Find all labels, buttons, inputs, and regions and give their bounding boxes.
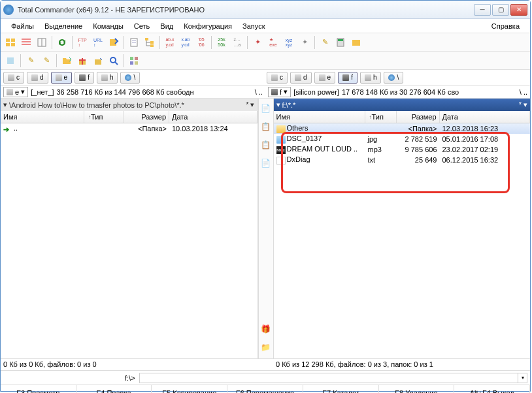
tb-icon-2[interactable]	[19, 35, 33, 50]
tb-xab-icon[interactable]: x.aby.cd	[178, 35, 193, 50]
tb2-grid-icon[interactable]	[127, 54, 141, 68]
tb-exe-icon[interactable]: ★exe	[266, 35, 280, 50]
fkey-f4[interactable]: F4 Правка	[76, 385, 152, 393]
menu-config[interactable]: Конфигурация	[178, 21, 237, 31]
col-type[interactable]: ↑Тип	[84, 111, 124, 123]
drive-network-icon[interactable]: \	[120, 72, 140, 84]
cmdline-dropdown-icon[interactable]: ▾	[518, 373, 527, 383]
left-nav-up[interactable]: \ ..	[255, 88, 263, 96]
mid-gift-icon[interactable]: 🎁	[260, 323, 272, 335]
col-size[interactable]: Размер	[124, 111, 169, 123]
menu-files[interactable]: Файлы	[6, 21, 39, 31]
left-tab[interactable]: ▾ \Android How to\How to trnasfer photos…	[1, 99, 258, 111]
tb2-gift-icon[interactable]	[75, 54, 90, 68]
col-date[interactable]: Дата	[440, 111, 531, 123]
menu-view[interactable]: Вид	[155, 21, 178, 31]
tb-notepad-icon[interactable]	[127, 35, 141, 50]
col-size[interactable]: Размер	[397, 111, 440, 123]
maximize-button[interactable]: ▢	[492, 4, 509, 16]
left-drive-select[interactable]: e ▾	[3, 87, 28, 97]
drive-h[interactable]: h	[97, 72, 118, 84]
right-nav-up[interactable]: \ ..	[520, 88, 527, 96]
file-row[interactable]: Others<Папка>12.03.2018 16:23	[274, 123, 531, 134]
mid-new-icon[interactable]: 📄	[260, 157, 272, 169]
svg-rect-19	[7, 57, 14, 64]
tb-xyz-icon[interactable]: xyzxyz	[282, 35, 296, 50]
tb-icon-1[interactable]	[3, 35, 18, 50]
drive-c[interactable]: c	[267, 72, 288, 84]
tb-tree-icon[interactable]	[142, 35, 157, 50]
svg-rect-27	[135, 57, 138, 60]
col-type[interactable]: ↑Тип	[365, 111, 397, 123]
tb-star2-icon[interactable]: ✦	[297, 35, 312, 50]
file-row[interactable]: MP3DREAM OUT LOUD ..mp39 785 60623.02.20…	[274, 144, 531, 155]
mid-doc-icon[interactable]: 📄	[260, 102, 272, 114]
tab-dropdown-icon[interactable]: ▾	[3, 101, 7, 109]
drive-network-icon[interactable]: \	[384, 72, 403, 84]
tb-abx-icon[interactable]: ab.xy.cd	[163, 35, 177, 50]
left-drive-space: 36 258 716 Кб из 144 796 668 Кб свободн	[56, 88, 193, 96]
svg-rect-23	[95, 59, 101, 65]
tb-folder-icon[interactable]	[349, 35, 363, 50]
tb2-1-icon[interactable]	[3, 54, 18, 68]
minimize-button[interactable]: ─	[474, 4, 491, 16]
menu-help[interactable]: Справка	[486, 21, 525, 31]
drive-h[interactable]: h	[360, 72, 382, 84]
tb-05-icon[interactable]: '05'06	[194, 35, 208, 50]
fkey-f6[interactable]: F6 Перемещение	[227, 385, 303, 393]
svg-rect-29	[135, 61, 138, 65]
tb-calc-icon[interactable]	[333, 35, 348, 50]
tb-ftp-icon[interactable]: FTP↕	[75, 35, 90, 50]
tb-icon-3[interactable]	[35, 35, 49, 50]
fkey-f5[interactable]: F5 Копирование	[152, 385, 227, 393]
drive-d[interactable]: d	[290, 72, 312, 84]
drive-d[interactable]: d	[27, 72, 48, 84]
svg-rect-0	[6, 39, 10, 42]
col-name[interactable]: Имя	[274, 111, 365, 123]
close-button[interactable]: ✕	[510, 4, 527, 16]
right-columns: Имя ↑Тип Размер Дата	[274, 111, 531, 123]
tb2-gift2-icon[interactable]	[91, 54, 105, 68]
fkey-f8[interactable]: F8 Удаление	[379, 385, 455, 393]
file-row[interactable]: DxDiagtxt25 64906.12.2015 16:32	[274, 155, 531, 165]
tb-za-icon[interactable]: z……a	[230, 35, 244, 50]
drive-e[interactable]: e	[51, 72, 73, 84]
mid-folder-icon[interactable]: 📁	[260, 341, 272, 353]
mid-copy-icon[interactable]: 📋	[260, 121, 272, 133]
menu-selection[interactable]: Выделение	[39, 21, 88, 31]
drive-c[interactable]: c	[3, 72, 24, 84]
tb-url-icon[interactable]: URL↕	[91, 35, 105, 50]
menu-net[interactable]: Сеть	[129, 21, 155, 31]
tab-dropdown-icon[interactable]: ▾	[276, 101, 280, 109]
col-date[interactable]: Дата	[169, 111, 258, 123]
tb2-wand1-icon[interactable]: ✎	[24, 54, 38, 68]
tb2-wand2-icon[interactable]: ✎	[39, 54, 54, 68]
fkey-f3[interactable]: F3 Просмотр	[1, 385, 76, 393]
drive-e[interactable]: e	[314, 72, 336, 84]
right-tab[interactable]: ▾ f:\*.* * ▾	[274, 99, 531, 111]
tb2-search-icon[interactable]	[107, 54, 121, 68]
drive-f[interactable]: f	[75, 72, 94, 84]
svg-rect-22	[82, 58, 83, 65]
file-row[interactable]: DSC_0137jpg2 782 51905.01.2016 17:08	[274, 134, 531, 144]
tb-refresh-icon[interactable]	[55, 35, 69, 50]
mid-copy2-icon[interactable]: 📋	[260, 139, 272, 151]
right-drive-select[interactable]: f ▾	[268, 87, 291, 97]
tb-25k-icon[interactable]: 25k50k	[214, 35, 229, 50]
svg-rect-26	[130, 57, 133, 60]
tb2-open-icon[interactable]	[59, 54, 74, 68]
cmdline-input[interactable]	[139, 373, 518, 383]
drive-f[interactable]: f	[338, 72, 357, 84]
svg-rect-5	[22, 41, 31, 42]
menu-launch[interactable]: Запуск	[237, 21, 270, 31]
fkey-altf4[interactable]: Alt+F4 Выход	[454, 385, 530, 393]
left-file-list[interactable]: ➔..<Папка>10.03.2018 13:24	[1, 123, 258, 358]
menu-commands[interactable]: Команды	[88, 21, 129, 31]
fkey-f7[interactable]: F7 Каталог	[303, 385, 379, 393]
tb-wand-icon[interactable]: ✎	[318, 35, 332, 50]
tb-star-icon[interactable]: ✦	[250, 35, 265, 50]
file-row[interactable]: ➔..<Папка>10.03.2018 13:24	[1, 123, 258, 134]
col-name[interactable]: Имя	[1, 111, 84, 123]
tb-ftp2-icon[interactable]	[107, 35, 121, 50]
right-file-list[interactable]: Others<Папка>12.03.2018 16:23DSC_0137jpg…	[274, 123, 531, 358]
